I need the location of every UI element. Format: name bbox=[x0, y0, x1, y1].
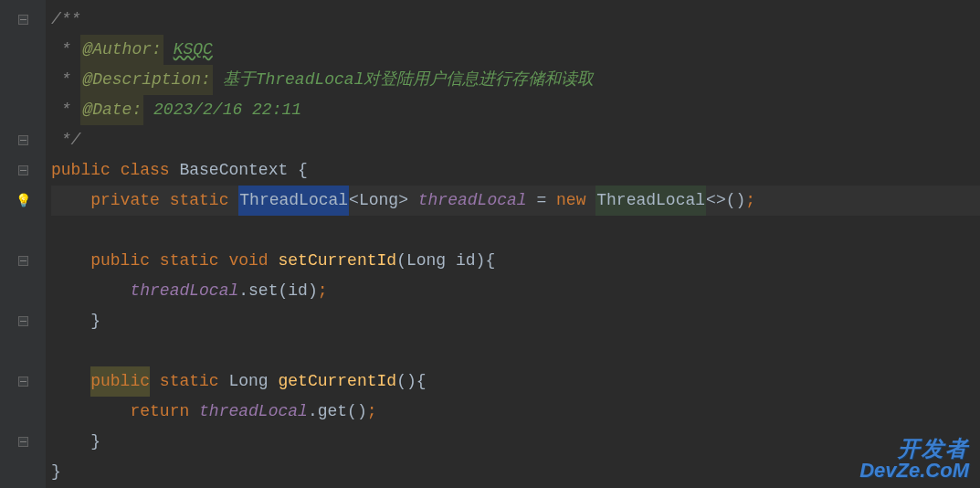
code-line[interactable]: * @Description: 基于ThreadLocal对登陆用户信息进行存储… bbox=[51, 65, 980, 95]
keyword-private: private bbox=[90, 186, 160, 216]
code-line[interactable]: } bbox=[51, 457, 980, 487]
keyword-static: static bbox=[170, 186, 229, 216]
javadoc-tag-description: @Description: bbox=[80, 65, 212, 95]
code-line[interactable]: public class BaseContext { bbox=[51, 155, 980, 186]
fold-toggle-icon[interactable] bbox=[18, 316, 28, 326]
equals-operator: = bbox=[536, 186, 546, 216]
javadoc-open: /** bbox=[51, 5, 80, 35]
javadoc-description-value: 基于ThreadLocal对登陆用户信息进行存储和读取 bbox=[223, 65, 595, 95]
gutter-row bbox=[0, 397, 46, 427]
code-line[interactable]: } bbox=[51, 306, 980, 336]
dot-operator: . bbox=[308, 397, 318, 427]
diamond-operator: <> bbox=[706, 186, 726, 216]
fold-toggle-icon[interactable] bbox=[18, 165, 28, 175]
code-line[interactable]: * @Date: 2023/2/16 22:11 bbox=[51, 95, 980, 125]
fold-toggle-icon[interactable] bbox=[18, 15, 28, 25]
semicolon: ; bbox=[318, 276, 328, 306]
parentheses: () bbox=[347, 397, 367, 427]
arg-id: id bbox=[288, 276, 308, 306]
gutter-row bbox=[0, 276, 46, 306]
code-area[interactable]: /** * @Author: KSQC * @Description: 基于Th… bbox=[46, 0, 980, 488]
angle-bracket: > bbox=[398, 186, 408, 216]
method-get: get bbox=[318, 397, 347, 427]
code-line-blank[interactable] bbox=[51, 336, 980, 366]
semicolon: ; bbox=[745, 186, 755, 216]
code-line[interactable]: } bbox=[51, 427, 980, 457]
brace-close: } bbox=[90, 427, 100, 457]
javadoc-tag-author: @Author: bbox=[80, 35, 163, 65]
return-type-long: Long bbox=[228, 366, 268, 397]
parentheses: () bbox=[726, 186, 746, 216]
gutter-row bbox=[0, 155, 46, 186]
keyword-public-highlighted: public bbox=[90, 366, 150, 397]
parentheses: () bbox=[396, 366, 416, 397]
code-line[interactable]: /** bbox=[51, 5, 980, 35]
code-line-blank[interactable] bbox=[51, 216, 980, 246]
keyword-static: static bbox=[160, 366, 219, 397]
gutter-row bbox=[0, 35, 46, 65]
paren-close: ) bbox=[308, 276, 318, 306]
brace-open: { bbox=[485, 246, 495, 276]
gutter-row bbox=[0, 246, 46, 276]
class-name: BaseContext bbox=[179, 155, 288, 186]
semicolon: ; bbox=[367, 397, 377, 427]
keyword-void: void bbox=[228, 246, 268, 276]
method-setcurrentid: setCurrentId bbox=[279, 246, 397, 276]
param-id: id bbox=[456, 246, 476, 276]
gutter-row bbox=[0, 5, 46, 35]
gutter-row bbox=[0, 95, 46, 125]
editor-gutter: 💡 bbox=[0, 0, 46, 488]
code-editor[interactable]: 💡 /** * @Author: KSQC * @Description: 基于… bbox=[0, 0, 980, 488]
gutter-row bbox=[0, 457, 46, 487]
brace-open: { bbox=[416, 366, 427, 397]
code-line-current[interactable]: private static ThreadLocal<Long> threadL… bbox=[51, 186, 980, 216]
gutter-row bbox=[0, 125, 46, 155]
fold-toggle-icon[interactable] bbox=[18, 437, 28, 447]
field-threadlocal: threadLocal bbox=[418, 186, 527, 216]
javadoc-close: */ bbox=[51, 125, 80, 155]
gutter-row: 💡 bbox=[0, 186, 46, 216]
comment-prefix: * bbox=[51, 95, 80, 125]
comment-prefix: * bbox=[51, 35, 80, 65]
javadoc-author-value: KSQC bbox=[174, 35, 213, 65]
keyword-class: class bbox=[121, 155, 170, 186]
method-getcurrentid: getCurrentId bbox=[279, 366, 397, 397]
field-threadlocal: threadLocal bbox=[199, 397, 308, 427]
intention-bulb-icon[interactable]: 💡 bbox=[16, 193, 31, 208]
code-line[interactable]: * @Author: KSQC bbox=[51, 35, 980, 65]
gutter-row bbox=[0, 366, 46, 397]
javadoc-date-value: 2023/2/16 22:11 bbox=[153, 95, 301, 125]
method-set: set bbox=[248, 276, 278, 306]
fold-toggle-icon[interactable] bbox=[18, 377, 28, 387]
brace-open: { bbox=[298, 155, 308, 186]
gutter-row bbox=[0, 427, 46, 457]
fold-toggle-icon[interactable] bbox=[18, 256, 28, 266]
gutter-row bbox=[0, 306, 46, 336]
type-threadlocal-selected: ThreadLocal bbox=[238, 186, 349, 216]
comment-prefix: * bbox=[51, 65, 80, 95]
fold-toggle-icon[interactable] bbox=[18, 135, 28, 145]
paren-close: ) bbox=[476, 246, 486, 276]
angle-bracket: < bbox=[349, 186, 359, 216]
type-threadlocal-match: ThreadLocal bbox=[595, 186, 706, 216]
keyword-static: static bbox=[160, 246, 219, 276]
dot-operator: . bbox=[238, 276, 248, 306]
paren-open: ( bbox=[278, 276, 288, 306]
code-line[interactable]: return threadLocal.get(); bbox=[51, 397, 980, 427]
brace-close: } bbox=[51, 457, 61, 487]
code-line[interactable]: threadLocal.set(id); bbox=[51, 276, 980, 306]
gutter-row bbox=[0, 216, 46, 246]
keyword-public: public bbox=[51, 155, 111, 186]
keyword-return: return bbox=[130, 397, 189, 427]
keyword-new: new bbox=[556, 186, 585, 216]
type-long: Long bbox=[359, 186, 398, 216]
code-line[interactable]: public static Long getCurrentId(){ bbox=[51, 366, 980, 397]
javadoc-tag-date: @Date: bbox=[80, 95, 143, 125]
field-threadlocal: threadLocal bbox=[130, 276, 238, 306]
brace-close: } bbox=[90, 306, 100, 336]
param-type-long: Long bbox=[406, 246, 446, 276]
paren-open: ( bbox=[396, 246, 406, 276]
code-line[interactable]: public static void setCurrentId(Long id)… bbox=[51, 246, 980, 276]
code-line[interactable]: */ bbox=[51, 125, 980, 155]
gutter-row bbox=[0, 65, 46, 95]
